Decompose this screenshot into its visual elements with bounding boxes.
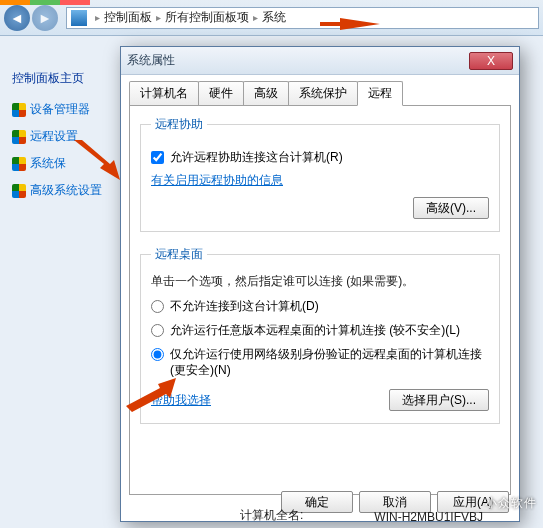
sidebar-item-label: 系统保: [30, 155, 66, 172]
dialog-tabs: 计算机名 硬件 高级 系统保护 远程: [121, 75, 519, 105]
breadcrumb-item[interactable]: 系统: [262, 9, 286, 26]
sidebar-item-advanced[interactable]: 高级系统设置: [12, 182, 120, 199]
group-legend: 远程桌面: [151, 246, 207, 263]
sidebar-item-system-protection[interactable]: 系统保: [12, 155, 120, 172]
watermark: 小众软件: [485, 495, 537, 512]
remote-desktop-group: 远程桌面 单击一个选项，然后指定谁可以连接 (如果需要)。 不允许连接到这台计算…: [140, 246, 500, 424]
system-icon: [71, 10, 87, 26]
sidebar-item-label: 高级系统设置: [30, 182, 102, 199]
tab-hardware[interactable]: 硬件: [198, 81, 244, 105]
sidebar-item-device-manager[interactable]: 设备管理器: [12, 101, 120, 118]
select-users-button[interactable]: 选择用户(S)...: [389, 389, 489, 411]
back-button[interactable]: ◄: [4, 5, 30, 31]
help-choose-link[interactable]: 帮助我选择: [151, 392, 211, 409]
sidebar-item-label: 设备管理器: [30, 101, 90, 118]
allow-remote-assistance-checkbox[interactable]: [151, 151, 164, 164]
rd-option-disallow[interactable]: [151, 300, 164, 313]
tab-computer-name[interactable]: 计算机名: [129, 81, 199, 105]
computer-name-label: 计算机全名:: [240, 507, 303, 524]
breadcrumb-item[interactable]: 控制面板: [104, 9, 152, 26]
dialog-title: 系统属性: [127, 52, 469, 69]
tab-content-remote: 远程协助 允许远程协助连接这台计算机(R) 有关启用远程协助的信息 高级(V).…: [129, 105, 511, 495]
forward-button[interactable]: ►: [32, 5, 58, 31]
tab-remote[interactable]: 远程: [357, 81, 403, 106]
explorer-navbar: ◄ ► ▸ 控制面板 ▸ 所有控制面板项 ▸ 系统: [0, 0, 543, 36]
close-button[interactable]: X: [469, 52, 513, 70]
chevron-right-icon: ▸: [156, 12, 161, 23]
group-legend: 远程协助: [151, 116, 207, 133]
advanced-button[interactable]: 高级(V)...: [413, 197, 489, 219]
tab-system-protection[interactable]: 系统保护: [288, 81, 358, 105]
dialog-titlebar[interactable]: 系统属性 X: [121, 47, 519, 75]
chevron-right-icon: ▸: [95, 12, 100, 23]
sidebar: 控制面板主页 设备管理器 远程设置 系统保 高级系统设置: [0, 70, 120, 209]
close-icon: X: [487, 54, 495, 68]
shield-icon: [12, 157, 26, 171]
system-properties-dialog: 系统属性 X 计算机名 硬件 高级 系统保护 远程 远程协助 允许远程协助连接这…: [120, 46, 520, 522]
shield-icon: [12, 130, 26, 144]
radio-label: 允许运行任意版本远程桌面的计算机连接 (较不安全)(L): [170, 322, 489, 339]
tab-advanced[interactable]: 高级: [243, 81, 289, 105]
group-description: 单击一个选项，然后指定谁可以连接 (如果需要)。: [151, 273, 489, 290]
radio-label: 不允许连接到这台计算机(D): [170, 298, 489, 315]
rd-option-nla-only[interactable]: [151, 348, 164, 361]
radio-label: 仅允许运行使用网络级别身份验证的远程桌面的计算机连接 (更安全)(N): [170, 346, 489, 380]
rd-option-any-version[interactable]: [151, 324, 164, 337]
shield-icon: [12, 103, 26, 117]
breadcrumb-item[interactable]: 所有控制面板项: [165, 9, 249, 26]
remote-assistance-info-link[interactable]: 有关启用远程协助的信息: [151, 172, 283, 189]
sidebar-heading: 控制面板主页: [12, 70, 120, 87]
computer-name-value: WIN-H2MBU1IFVBJ: [374, 510, 483, 524]
sidebar-item-label: 远程设置: [30, 128, 78, 145]
chevron-right-icon: ▸: [253, 12, 258, 23]
remote-assistance-group: 远程协助 允许远程协助连接这台计算机(R) 有关启用远程协助的信息 高级(V).…: [140, 116, 500, 232]
checkbox-label: 允许远程协助连接这台计算机(R): [170, 149, 343, 166]
shield-icon: [12, 184, 26, 198]
sidebar-item-remote-settings[interactable]: 远程设置: [12, 128, 120, 145]
breadcrumb[interactable]: ▸ 控制面板 ▸ 所有控制面板项 ▸ 系统: [66, 7, 539, 29]
